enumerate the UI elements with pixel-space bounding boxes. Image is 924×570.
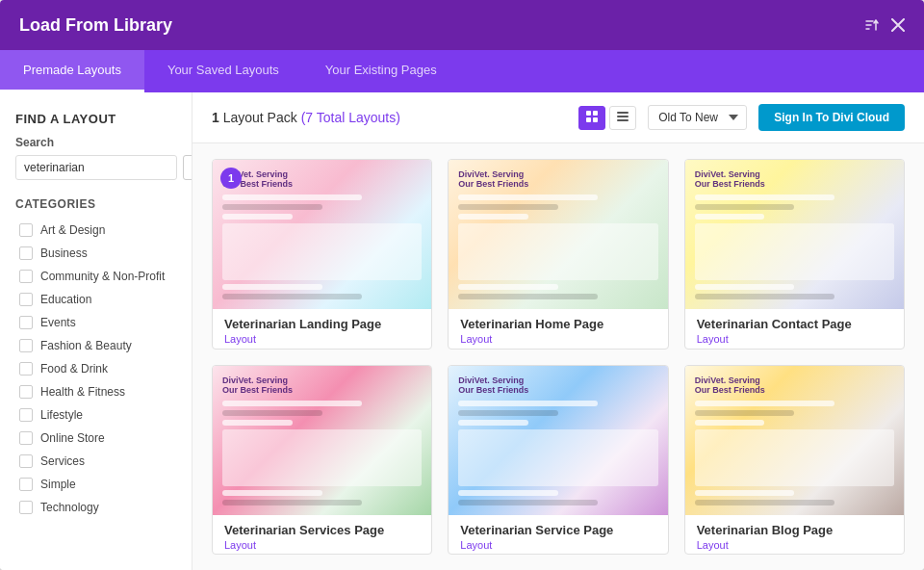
card-type-vet-services: Layout [224,539,420,551]
thumb-title: DiviVet. ServingOur Best Friends [222,169,422,189]
category-label-food: Food & Drink [40,362,108,376]
thumb-bar-1 [695,401,834,406]
list-view-button[interactable] [609,106,636,130]
category-art-design[interactable]: Art & Design [15,219,176,242]
filter-button[interactable]: + Filter [183,155,192,180]
sort-select[interactable]: Old To NewNew To OldA-ZZ-A [648,105,747,130]
categories-list: Art & Design Business Community & Non-Pr… [15,219,176,519]
thumb-bar-4 [222,284,322,290]
category-label-technology: Technology [40,501,99,514]
thumb-bar-4 [695,284,795,290]
thumb-content: DiviVet. ServingOur Best Friends [685,160,904,309]
category-checkbox-events[interactable] [19,316,33,329]
thumb-bar-5 [695,294,834,299]
card-info-vet-services: Veterinarian Services Page Layout [213,515,431,556]
category-checkbox-simple[interactable] [19,478,33,491]
card-info-vet-home: Veterinarian Home Page Layout [449,309,667,350]
category-simple[interactable]: Simple [15,473,176,496]
thumb-title: DiviVet. ServingOur Best Friends [695,169,894,189]
search-input[interactable] [15,155,177,180]
card-info-vet-service: Veterinarian Service Page Layout [449,515,667,556]
thumb-content: DiviVet. ServingOur Best Friends [449,366,667,515]
thumb-bar-3 [695,420,765,426]
sign-in-button[interactable]: Sign In To Divi Cloud [758,104,905,131]
load-from-library-modal: Load From Library Premade Layouts Your S… [0,0,924,570]
thumb-title: DiviVet. ServingOur Best Friends [222,376,422,395]
thumb-rect [695,429,894,486]
card-thumbnail-vet-contact: DiviVet. ServingOur Best Friends [685,160,904,309]
layout-card-vet-landing[interactable]: DiviVet. ServingOur Best Friends 1 Veter… [212,159,432,350]
svg-rect-6 [617,119,629,121]
layout-count: 1 Layout Pack (7 Total Layouts) [212,110,567,125]
thumb-bar-5 [695,500,834,505]
category-checkbox-education[interactable] [19,293,33,306]
card-thumbnail-vet-landing: DiviVet. ServingOur Best Friends 1 [213,160,431,309]
category-checkbox-food[interactable] [19,362,33,376]
card-type-vet-contact: Layout [697,333,892,345]
category-checkbox-services[interactable] [19,454,33,468]
category-services[interactable]: Services [15,450,176,473]
category-technology[interactable]: Technology [15,496,176,519]
thumb-bar-4 [458,490,558,496]
category-checkbox-art-design[interactable] [19,223,33,237]
sort-icon-button[interactable] [864,17,880,33]
thumb-bar-1 [458,401,598,406]
category-checkbox-business[interactable] [19,246,33,260]
card-name-vet-home: Veterinarian Home Page [460,317,655,331]
category-checkbox-online-store[interactable] [19,431,33,445]
sidebar: Find A Layout Search + Filter Categories… [0,92,192,570]
category-checkbox-health[interactable] [19,385,33,399]
layout-card-vet-service[interactable]: DiviVet. ServingOur Best Friends Veterin… [448,365,668,556]
card-type-vet-landing: Layout [224,333,420,345]
category-label-online-store: Online Store [40,431,105,445]
category-checkbox-lifestyle[interactable] [19,408,33,422]
layout-card-vet-contact[interactable]: DiviVet. ServingOur Best Friends Veterin… [684,159,905,350]
category-community[interactable]: Community & Non-Profit [15,265,176,288]
thumb-bar-2 [222,410,322,416]
thumb-bar-5 [222,294,362,299]
header-icons [864,17,905,33]
search-row: + Filter [15,155,176,180]
category-health[interactable]: Health & Fitness [15,380,176,403]
category-food[interactable]: Food & Drink [15,357,176,380]
tab-bar: Premade Layouts Your Saved Layouts Your … [0,50,924,92]
card-info-vet-landing: Veterinarian Landing Page Layout [213,309,431,350]
tab-premade-layouts[interactable]: Premade Layouts [0,50,144,92]
categories-title: Categories [15,197,176,211]
thumb-bar-4 [458,284,558,290]
layout-card-vet-blog[interactable]: DiviVet. ServingOur Best Friends Veterin… [684,365,905,556]
category-checkbox-fashion[interactable] [19,339,33,352]
category-label-simple: Simple [40,478,76,491]
close-button[interactable] [891,18,905,32]
category-fashion[interactable]: Fashion & Beauty [15,334,176,357]
thumb-bar-1 [695,194,834,200]
tab-saved-layouts[interactable]: Your Saved Layouts [144,50,302,92]
thumb-rect [222,223,422,280]
category-education[interactable]: Education [15,288,176,311]
category-online-store[interactable]: Online Store [15,427,176,450]
tab-existing-pages[interactable]: Your Existing Pages [302,50,460,92]
thumb-bar-5 [458,294,598,299]
thumb-title: DiviVet. ServingOur Best Friends [458,169,657,189]
layout-card-vet-home[interactable]: DiviVet. ServingOur Best Friends Veterin… [448,159,668,350]
category-checkbox-technology[interactable] [19,501,33,514]
category-business[interactable]: Business [15,242,176,265]
svg-rect-0 [586,111,591,116]
layout-card-vet-services[interactable]: DiviVet. ServingOur Best Friends Veterin… [212,365,432,556]
category-lifestyle[interactable]: Lifestyle [15,403,176,427]
thumb-rect [695,223,894,280]
card-thumbnail-vet-home: DiviVet. ServingOur Best Friends [449,160,667,309]
thumb-rect [222,429,422,486]
card-info-vet-blog: Veterinarian Blog Page Layout [685,515,904,556]
thumb-bar-3 [222,420,293,426]
category-events[interactable]: Events [15,311,176,334]
category-checkbox-community[interactable] [19,270,33,283]
grid-view-button[interactable] [578,106,605,130]
category-label-art-design: Art & Design [40,223,105,237]
thumb-bar-3 [458,420,528,426]
category-label-community: Community & Non-Profit [40,270,165,283]
card-thumbnail-vet-services: DiviVet. ServingOur Best Friends [213,366,431,515]
category-label-education: Education [40,293,91,306]
thumb-bar-2 [458,204,558,210]
svg-rect-4 [617,112,629,114]
